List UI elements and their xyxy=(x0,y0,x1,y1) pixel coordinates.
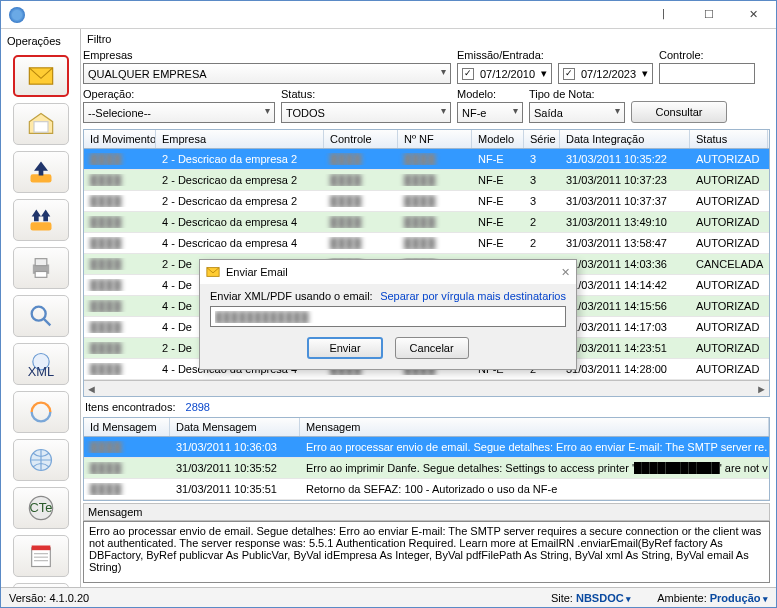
mensagem-header: Mensagem xyxy=(83,503,770,521)
table-row[interactable]: ████4 - Descricao da empresa 4████████NF… xyxy=(84,233,769,254)
grid-header[interactable]: Nº NF xyxy=(398,130,472,148)
dialog-link[interactable]: Separar por vírgula mais destinatarios xyxy=(380,290,566,302)
empresas-select[interactable]: QUALQUER EMPRESA xyxy=(83,63,451,84)
svg-rect-5 xyxy=(35,259,47,266)
grid-scrollbar[interactable]: ◄► xyxy=(84,380,769,396)
sidebar-cte-button[interactable]: CTe xyxy=(13,487,69,529)
ambiente-dropdown[interactable]: Produção xyxy=(710,592,768,604)
status-select[interactable]: TODOS xyxy=(281,102,451,123)
sidebar-notepad-button[interactable] xyxy=(13,535,69,577)
svg-line-8 xyxy=(43,318,50,325)
operacao-label: Operação: xyxy=(83,88,275,100)
found-count[interactable]: 2898 xyxy=(186,401,210,413)
sidebar-search-button[interactable] xyxy=(13,295,69,337)
modelo-select[interactable]: NF-e xyxy=(457,102,523,123)
grid-header[interactable]: Id Mensagem xyxy=(84,418,170,436)
controle-label: Controle: xyxy=(659,49,755,61)
sidebar-email-button[interactable] xyxy=(13,55,69,97)
statusbar: Versão: 4.1.0.20 Site: NBSDOC Ambiente: … xyxy=(1,587,776,607)
grid-header[interactable]: Mensagem xyxy=(300,418,769,436)
table-row[interactable]: ████31/03/2011 10:36:03Erro ao processar… xyxy=(84,437,769,458)
svg-rect-3 xyxy=(30,222,51,230)
sidebar-upload-multi-button[interactable] xyxy=(13,199,69,241)
grid-header[interactable]: Controle xyxy=(324,130,398,148)
mensagens-grid: Id MensagemData MensagemMensagem ████31/… xyxy=(83,417,770,501)
grid-header[interactable]: Empresa xyxy=(156,130,324,148)
sidebar-globe-button[interactable] xyxy=(13,439,69,481)
grid-header[interactable]: Id Movimento xyxy=(84,130,156,148)
maximize-button[interactable]: ☐ xyxy=(686,1,731,29)
sidebar-header: Operações xyxy=(1,33,80,49)
sidebar-xml-button[interactable]: XML xyxy=(13,343,69,385)
table-row[interactable]: ████4 - Descricao da empresa 4████████NF… xyxy=(84,212,769,233)
sidebar-upload-button[interactable] xyxy=(13,151,69,193)
table-row[interactable]: ████2 - Descricao da empresa 2████████NF… xyxy=(84,149,769,170)
svg-rect-15 xyxy=(31,546,50,551)
close-button[interactable]: ✕ xyxy=(731,1,776,29)
table-row[interactable]: ████2 - Descricao da empresa 2████████NF… xyxy=(84,170,769,191)
table-row[interactable]: ████2 - Descricao da empresa 2████████NF… xyxy=(84,191,769,212)
svg-text:XML: XML xyxy=(27,364,53,378)
sidebar: Operações XML CTe GNRE xyxy=(1,29,81,587)
grid-header[interactable]: Status xyxy=(690,130,768,148)
grid-header[interactable]: Data Mensagem xyxy=(170,418,300,436)
svg-rect-1 xyxy=(34,122,48,133)
site-dropdown[interactable]: NBSDOC xyxy=(576,592,631,604)
svg-rect-6 xyxy=(35,272,47,278)
grid-header[interactable]: Modelo xyxy=(472,130,524,148)
tiponota-label: Tipo de Nota: xyxy=(529,88,625,100)
grid-header[interactable]: Data Integração xyxy=(560,130,690,148)
app-icon xyxy=(9,7,25,23)
dialog-title: Enviar Email xyxy=(226,266,288,278)
dialog-email-input[interactable] xyxy=(210,306,566,327)
sidebar-sync-button[interactable] xyxy=(13,391,69,433)
date-from[interactable]: ✓07/12/2010▾ xyxy=(457,63,552,84)
tiponota-select[interactable]: Saída xyxy=(529,102,625,123)
found-label: Itens encontrados: xyxy=(85,401,176,413)
emissao-label: Emissão/Entrada: xyxy=(457,49,653,61)
grid-header[interactable]: Série xyxy=(524,130,560,148)
dialog-cancelar-button[interactable]: Cancelar xyxy=(395,337,469,359)
empresas-label: Empresas xyxy=(83,49,451,61)
enviar-email-dialog: Enviar Email ✕ Enviar XML/PDF usando o e… xyxy=(199,259,577,370)
minimize-button[interactable]: 〡 xyxy=(641,1,686,29)
dialog-icon xyxy=(206,265,220,279)
dialog-label: Enviar XML/PDF usando o email: xyxy=(210,290,373,302)
consultar-button[interactable]: Consultar xyxy=(631,101,727,123)
svg-rect-2 xyxy=(30,174,51,182)
modelo-label: Modelo: xyxy=(457,88,523,100)
sidebar-print-button[interactable] xyxy=(13,247,69,289)
status-label: Status: xyxy=(281,88,451,100)
sidebar-open-mail-button[interactable] xyxy=(13,103,69,145)
operacao-select[interactable]: --Selecione-- xyxy=(83,102,275,123)
controle-input[interactable] xyxy=(659,63,755,84)
table-row[interactable]: ████31/03/2011 10:35:52Erro ao imprimir … xyxy=(84,458,769,479)
mensagem-text: Erro ao processar envio de email. Segue … xyxy=(83,521,770,583)
dialog-enviar-button[interactable]: Enviar xyxy=(307,337,382,359)
date-to[interactable]: ✓07/12/2023▾ xyxy=(558,63,653,84)
dialog-close-icon[interactable]: ✕ xyxy=(561,266,570,279)
svg-text:CTe: CTe xyxy=(29,500,52,515)
titlebar: 〡 ☐ ✕ xyxy=(1,1,776,29)
table-row[interactable]: ████31/03/2011 10:35:51Retorno da SEFAZ:… xyxy=(84,479,769,500)
filter-header: Filtro xyxy=(83,31,770,47)
